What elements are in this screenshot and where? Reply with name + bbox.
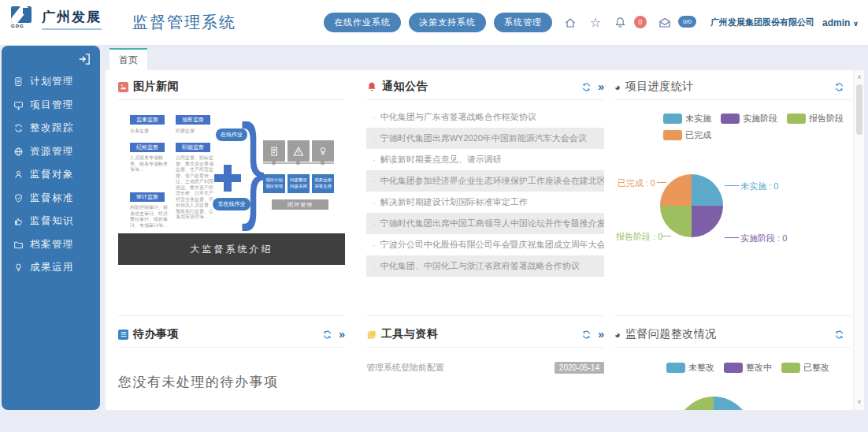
panel-todo: 待办事项 » 您没有未处理的待办事项 — [118, 315, 345, 391]
page-title: 监督管理系统 — [132, 12, 236, 33]
notice-item[interactable]: ·宁波分公司中化股份有限公司年会暨庆祝集团成立周年大会 — [366, 234, 604, 255]
refresh-icon[interactable] — [834, 330, 844, 340]
legend-swatch — [781, 363, 800, 373]
sidebar-item-supervision-standards[interactable]: 监督标准 — [2, 187, 100, 210]
diagram-subtext: 业务监督 — [130, 128, 149, 135]
tab-home[interactable]: 首页 — [109, 48, 147, 70]
legend-label: 已完成 — [685, 129, 711, 141]
sync-icon — [13, 123, 24, 133]
refresh-icon[interactable] — [834, 82, 844, 92]
scrollbar-thumb[interactable] — [856, 84, 862, 135]
document-icon — [263, 140, 285, 162]
bullet-icon: · — [373, 240, 376, 250]
refresh-icon[interactable] — [581, 330, 592, 340]
bullet-icon: · — [373, 113, 376, 122]
more-icon[interactable]: » — [598, 329, 604, 340]
legend-swatch — [663, 130, 682, 140]
panel-project-progress: ◕ 项目进度统计 未实施 实施阶段 报告阶段 已完成 已完成 : 0 未实施 :… — [614, 80, 851, 261]
decision-support-system-button[interactable]: 决策支持系统 — [409, 13, 486, 32]
diagram-subtext: 经费监督 — [176, 128, 195, 135]
pie-callout-pending: 未实施 : 0 — [740, 181, 778, 192]
folder-icon — [13, 240, 24, 250]
bullet-icon: · — [373, 134, 376, 143]
sidebar-item-resource-management[interactable]: 资源管理 — [2, 140, 100, 164]
sidebar-menu: 计划管理 项目管理 整改跟踪 资源管理 监督对象 监督标准 监督知识 档案管理 — [2, 70, 100, 280]
pie-shape — [660, 174, 723, 237]
bullet-icon: · — [373, 155, 376, 165]
more-icon[interactable]: » — [339, 329, 345, 340]
connector-dot — [272, 161, 276, 165]
sidebar-item-plan-management[interactable]: 计划管理 — [2, 70, 100, 94]
panel-header: 工具与资料 » — [366, 327, 604, 348]
more-icon[interactable]: » — [598, 81, 604, 92]
warning-icon — [287, 140, 310, 162]
sidebar-item-project-management[interactable]: 项目管理 — [2, 94, 100, 117]
todo-list-icon — [118, 330, 128, 340]
panel-title: 通知公告 — [382, 80, 428, 94]
tool-item[interactable]: 管理系统登陆前配置 2020-05-14 — [366, 362, 604, 374]
home-icon[interactable] — [563, 16, 577, 30]
refresh-icon[interactable] — [581, 82, 592, 92]
panel-title: 工具与资料 — [381, 327, 439, 341]
notice-item[interactable]: ·解读新时期要点意见、请示调研 — [366, 149, 604, 170]
legend-label: 未实施 — [685, 113, 711, 125]
pie-chart-icon: ◕ — [614, 330, 621, 340]
sidebar-item-supervision-knowledge[interactable]: 监督知识 — [2, 210, 100, 233]
pie-callout-report: 报告阶段 : 0 — [616, 231, 662, 243]
flow-step-label: 成果运用 决策支持 — [312, 174, 334, 193]
flow-step-label: 项目计划 项目管理 — [263, 174, 285, 193]
callout-line — [657, 182, 666, 183]
news-caption[interactable]: 大监督系统介绍 — [118, 233, 345, 265]
panel-rectification-status: ◕ 监督问题整改情况 未整改 整改中 已整改 — [614, 315, 851, 410]
notice-item[interactable]: ·宁德时代集团出席WY2020年中国新能源汽车大会会议 — [366, 128, 604, 149]
panel-picture-news: 图片新闻 监事监督 巡察监督 业务监督 经费监督 纪检监督 职能监督 人员巡查专… — [118, 80, 345, 265]
plan-document-icon — [13, 76, 24, 87]
legend-label: 已整改 — [803, 362, 829, 374]
notice-item[interactable]: ·中化集团参加经济界企业生态环境保护工作座谈会在建北区汇报 — [366, 170, 604, 192]
notice-text: 宁波分公司中化股份有限公司年会暨庆祝集团成立周年大会 — [380, 239, 604, 251]
user-menu[interactable]: admin ∨ — [822, 17, 859, 28]
chart-legend: 未整改 整改中 已整改 — [666, 362, 851, 374]
legend-swatch — [721, 114, 740, 124]
online-work-system-button[interactable]: 在线作业系统 — [324, 13, 401, 32]
callout-line — [725, 237, 739, 238]
logo-text: 广州发展 — [42, 8, 102, 30]
inbox-mail-icon[interactable] — [658, 16, 672, 30]
scroll-down-icon[interactable]: ∨ — [854, 398, 865, 405]
notice-item[interactable]: ·解决新时期建设计划国际标准审定工作 — [366, 192, 604, 213]
legend-label: 实施阶段 — [743, 113, 777, 125]
diagram-paragraph: 内部控制审计、财务收支审计、经济责任审计、绩效审计、专项审计等… — [130, 205, 171, 232]
progress-pie-chart: 已完成 : 0 未实施 : 0 报告阶段 : 0 实施阶段 : 0 — [614, 141, 851, 261]
sidebar-item-archive-management[interactable]: 档案管理 — [2, 233, 100, 257]
closed-loop-label: 闭环管理 — [272, 199, 328, 210]
diagram-label: 职能监督 — [176, 143, 210, 152]
tool-item-date-badge: 2020-05-14 — [555, 362, 604, 374]
thumbs-up-icon — [13, 216, 24, 226]
chevron-down-icon: ∨ — [853, 20, 859, 28]
sidebar-item-supervision-objects[interactable]: 监督对象 — [2, 163, 100, 187]
system-management-button[interactable]: 系统管理 — [494, 13, 552, 32]
chart-legend: 未实施 实施阶段 报告阶段 — [663, 113, 851, 125]
callout-line — [662, 236, 671, 236]
favorite-star-icon[interactable]: ☆ — [588, 16, 603, 30]
notice-item[interactable]: ·中化集团与广东省签署战略合作框架协议 — [366, 106, 604, 128]
vertical-scrollbar[interactable]: ∧ ∨ — [853, 70, 864, 410]
legend-label: 整改中 — [746, 362, 772, 374]
sidebar-item-label: 整改跟踪 — [30, 121, 74, 135]
sidebar-collapse-icon[interactable] — [77, 52, 91, 66]
notice-item[interactable]: ·中化集团、中国化工与浙江省政府签署战略合作协议 — [366, 255, 604, 277]
refresh-icon[interactable] — [322, 330, 332, 340]
logo-sub-text: GDG — [11, 24, 35, 28]
sidebar-item-rectify-tracking[interactable]: 整改跟踪 — [2, 117, 100, 140]
diagram-label: 纪检监督 — [130, 143, 165, 152]
news-image-diagram[interactable]: 监事监督 巡察监督 业务监督 经费监督 纪检监督 职能监督 人员巡查专项检查、财… — [118, 105, 345, 233]
legend-label: 未整改 — [688, 362, 714, 374]
username-text: admin — [822, 17, 850, 28]
sidebar-item-results-application[interactable]: 成果运用 — [2, 256, 100, 280]
notifications-bell-icon[interactable] — [614, 16, 628, 30]
logo-mark-icon: GDG — [11, 6, 35, 30]
notice-item[interactable]: ·宁德时代集团出席中国工商领导人中国论坛并作专题推介发言 — [366, 213, 604, 234]
sidebar-item-label: 监督对象 — [30, 168, 74, 181]
scroll-up-icon[interactable]: ∧ — [854, 73, 865, 80]
connector-dot — [321, 161, 325, 165]
